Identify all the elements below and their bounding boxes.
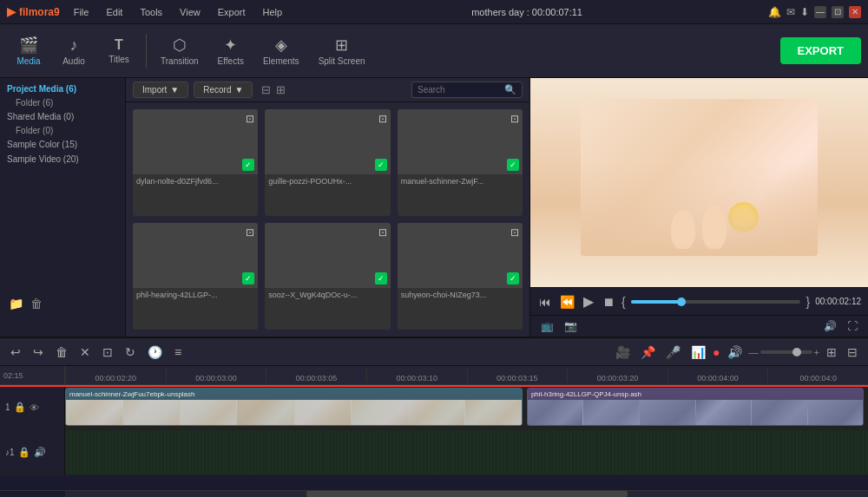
stop-button[interactable]: ⏹ bbox=[601, 293, 616, 311]
app-name: filmora9 bbox=[19, 6, 60, 18]
media-item-5[interactable]: ⊡ ✓ suhyeon-choi-NIZeg73... bbox=[398, 223, 523, 330]
preview-fullscreen-button[interactable]: ⛶ bbox=[844, 318, 861, 334]
menu-help[interactable]: Help bbox=[260, 5, 286, 19]
download-icon[interactable]: ⬇ bbox=[800, 6, 809, 18]
toolbar-item-media[interactable]: 🎬 Media bbox=[7, 32, 50, 69]
tl-pin-button[interactable]: 📌 bbox=[637, 343, 659, 361]
preview-controls: ⏮ ⏪ ▶ ⏹ { } 00:00:02:12 bbox=[530, 287, 868, 315]
media-item-1[interactable]: ⊡ ✓ guille-pozzi-POOUHx-... bbox=[265, 109, 390, 216]
bracket-end: } bbox=[806, 295, 810, 309]
tl-chart-button[interactable]: 📊 bbox=[687, 343, 709, 361]
thumb-name-4: sooz--X_WgK4qDOc-u-... bbox=[265, 288, 390, 302]
panel-shared-media[interactable]: Shared Media (0) bbox=[0, 109, 125, 124]
ruler-mark-7: 00:00:04:0 bbox=[767, 369, 868, 383]
notification-icon[interactable]: 🔔 bbox=[768, 6, 781, 18]
toolbar-item-audio[interactable]: ♪ Audio bbox=[52, 33, 95, 69]
new-folder-icon[interactable]: 📁 bbox=[9, 297, 23, 311]
eye-icon[interactable]: 👁 bbox=[30, 402, 39, 413]
toolbar-item-transition[interactable]: ⬡ Transition bbox=[152, 32, 207, 69]
tl-red-dot: ● bbox=[713, 345, 720, 359]
video-track-content[interactable]: manuel-schinner-ZwjFuu7ebpk-unsplash bbox=[65, 385, 868, 430]
titlebar: ▶ filmora9 File Edit Tools View Export H… bbox=[0, 0, 868, 24]
audio-track-label: ♪1 🔒 🔊 bbox=[0, 430, 65, 475]
media-item-0[interactable]: ⊡ ✓ dylan-nolte-d0ZFjfvd6... bbox=[133, 109, 258, 216]
effects-icon: ✦ bbox=[224, 36, 237, 55]
timeline-content: 02:15 00:00:02:20 00:00:03:00 00:00:03:0… bbox=[0, 366, 868, 490]
preview-screen-button[interactable]: 📺 bbox=[537, 318, 557, 334]
lock-icon[interactable]: 🔒 bbox=[14, 402, 26, 413]
thumb-image-4: ⊡ ✓ bbox=[265, 223, 390, 288]
crop-button[interactable]: ⊡ bbox=[99, 343, 116, 361]
record-button[interactable]: Record ▼ bbox=[194, 82, 253, 98]
menu-export[interactable]: Export bbox=[214, 5, 249, 19]
media-item-2[interactable]: ⊡ ✓ manuel-schinner-ZwjF... bbox=[398, 109, 523, 216]
menu-button[interactable]: ≡ bbox=[171, 343, 185, 361]
menu-view[interactable]: View bbox=[176, 5, 204, 19]
menu-tools[interactable]: Tools bbox=[136, 5, 166, 19]
record-dropdown-icon: ▼ bbox=[235, 85, 244, 95]
video-clip-2[interactable]: phil-h3ring-42LLGP-QPJ4-unsp.ash bbox=[527, 388, 865, 426]
thumb-check-2: ✓ bbox=[507, 159, 519, 171]
project-title: mothers day : 00:00:07:11 bbox=[471, 7, 582, 17]
media-item-4[interactable]: ⊡ ✓ sooz--X_WgK4qDOc-u-... bbox=[265, 223, 390, 330]
audio-track-content[interactable] bbox=[65, 430, 868, 475]
thumb-check-0: ✓ bbox=[242, 159, 254, 171]
delete-folder-icon[interactable]: 🗑 bbox=[30, 297, 43, 311]
minimize-button[interactable]: — bbox=[814, 6, 826, 18]
preview-content bbox=[530, 78, 868, 287]
tl-volume-button[interactable]: 🔊 bbox=[724, 343, 746, 361]
close-button[interactable]: ✕ bbox=[849, 6, 861, 18]
timeline-tracks: 1 🔒 👁 manuel-schinner-ZwjFuu7ebpk-unspla… bbox=[0, 385, 868, 490]
tl-mic-button[interactable]: 🎤 bbox=[662, 343, 684, 361]
clip-frames-1 bbox=[66, 400, 522, 426]
media-item-3[interactable]: ⊡ ✓ phil-hearing-42LLGP-... bbox=[133, 223, 258, 330]
undo-button[interactable]: ↩ bbox=[7, 343, 24, 361]
panel-sample-video[interactable]: Sample Video (20) bbox=[0, 152, 125, 167]
audio-speaker-icon[interactable]: 🔊 bbox=[34, 447, 46, 458]
delete-button[interactable]: 🗑 bbox=[52, 343, 71, 361]
filter-icon[interactable]: ⊟ bbox=[261, 83, 271, 96]
export-button[interactable]: EXPORT bbox=[780, 37, 861, 64]
tl-camera-button[interactable]: 🎥 bbox=[612, 343, 634, 361]
toolbar-item-elements[interactable]: ◈ Elements bbox=[254, 32, 308, 69]
thumb-type-icon-5: ⊡ bbox=[510, 226, 519, 239]
timer-button[interactable]: 🕐 bbox=[144, 343, 166, 361]
rewind-button[interactable]: ⏪ bbox=[558, 293, 576, 311]
menu-file[interactable]: File bbox=[70, 5, 93, 19]
toolbar-item-splitscreen[interactable]: ⊞ Split Screen bbox=[310, 32, 374, 69]
thumb-image-5: ⊡ ✓ bbox=[398, 223, 523, 288]
audio-lock-icon[interactable]: 🔒 bbox=[18, 447, 30, 458]
play-button[interactable]: ▶ bbox=[582, 291, 595, 311]
progress-bar[interactable] bbox=[631, 300, 801, 304]
mail-icon[interactable]: ✉ bbox=[786, 6, 795, 18]
panel-folder-6[interactable]: Folder (6) bbox=[0, 96, 125, 109]
panel-folder-0[interactable]: Folder (0) bbox=[0, 124, 125, 137]
tl-split-button[interactable]: ⊟ bbox=[844, 343, 861, 361]
ruler-labels: 00:00:02:20 00:00:03:00 00:00:03:05 00:0… bbox=[65, 369, 868, 383]
import-button[interactable]: Import ▼ bbox=[133, 82, 188, 98]
preview-volume-button[interactable]: 🔊 bbox=[820, 318, 840, 334]
clip-label-1: manuel-schinner-ZwjFuu7ebpk-unsplash bbox=[66, 389, 522, 400]
panel-project-media[interactable]: Project Media (6) bbox=[0, 82, 125, 96]
preview-snapshot-button[interactable]: 📷 bbox=[561, 318, 581, 334]
thumb-check-4: ✓ bbox=[375, 272, 387, 284]
search-input[interactable] bbox=[418, 85, 504, 95]
speed-button[interactable]: ↻ bbox=[122, 343, 139, 361]
toolbar-item-titles[interactable]: T Titles bbox=[97, 34, 141, 68]
maximize-button[interactable]: ⊡ bbox=[832, 6, 844, 18]
panel-sample-color[interactable]: Sample Color (15) bbox=[0, 137, 125, 152]
toolbar-item-effects[interactable]: ✦ Effects bbox=[209, 32, 253, 69]
tl-grid-button[interactable]: ⊞ bbox=[823, 343, 840, 361]
thumb-image-3: ⊡ ✓ bbox=[133, 223, 258, 288]
cut-button[interactable]: ✕ bbox=[76, 343, 94, 361]
search-icon: 🔍 bbox=[504, 84, 516, 95]
redo-button[interactable]: ↪ bbox=[30, 343, 47, 361]
app-logo: ▶ filmora9 bbox=[7, 5, 60, 18]
thumb-type-icon-3: ⊡ bbox=[246, 226, 254, 239]
menu-edit[interactable]: Edit bbox=[102, 5, 126, 19]
skip-back-button[interactable]: ⏮ bbox=[537, 293, 553, 311]
thumb-check-3: ✓ bbox=[242, 272, 254, 284]
video-clip-1[interactable]: manuel-schinner-ZwjFuu7ebpk-unsplash bbox=[65, 388, 523, 426]
view-toggle-icon[interactable]: ⊞ bbox=[276, 83, 286, 96]
video-track-label: 1 🔒 👁 bbox=[0, 385, 65, 430]
